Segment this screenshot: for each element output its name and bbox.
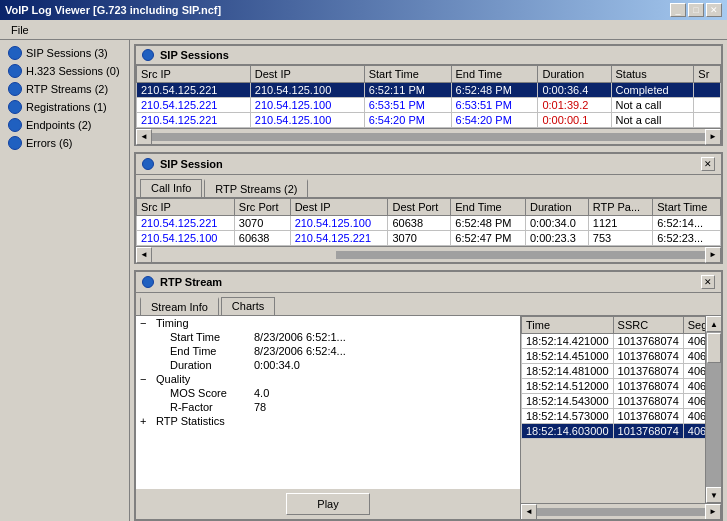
- rtp-table-scroll[interactable]: Time SSRC Seg... Payload Name P 18:52:14…: [521, 316, 705, 503]
- tab-call-info[interactable]: Call Info: [140, 179, 202, 197]
- table-row[interactable]: 18:52:14.451000101376807440670ITU-T G.72…: [522, 349, 706, 364]
- scroll-down-btn[interactable]: ▼: [706, 487, 721, 503]
- table-row[interactable]: 18:52:14.421000101376807440669ITU-T G.72…: [522, 334, 706, 349]
- col-time[interactable]: Time: [522, 317, 614, 334]
- tree-label: Start Time: [170, 331, 250, 343]
- tree-quality-row[interactable]: − Quality: [136, 372, 520, 386]
- table-row[interactable]: 210.54.125.2213070210.54.125.100606386:5…: [137, 216, 721, 231]
- tab-rtp-streams[interactable]: RTP Streams (2): [204, 179, 308, 197]
- tree-rtp-stats-row[interactable]: + RTP Statistics: [136, 414, 520, 428]
- sip-sessions-hscrollbar[interactable]: ◄ ►: [136, 128, 721, 144]
- scroll-left-btn[interactable]: ◄: [521, 504, 537, 520]
- col-duration[interactable]: Duration: [538, 66, 611, 83]
- expand-icon[interactable]: +: [140, 415, 152, 427]
- tree-end-time[interactable]: End Time 8/23/2006 6:52:4...: [152, 344, 520, 358]
- scroll-right-btn[interactable]: ►: [705, 247, 721, 263]
- col-ssrc[interactable]: SSRC: [613, 317, 683, 334]
- col-dest-port[interactable]: Dest Port: [388, 199, 451, 216]
- col-dest-ip[interactable]: Dest IP: [290, 199, 388, 216]
- window-title: VoIP Log Viewer [G.723 including SIP.ncf…: [5, 4, 221, 16]
- sidebar-label: Errors (6): [26, 137, 72, 149]
- dot-icon: [8, 118, 22, 132]
- col-start-time[interactable]: Start Time: [653, 199, 721, 216]
- close-button[interactable]: ✕: [706, 3, 722, 17]
- tree-start-time[interactable]: Start Time 8/23/2006 6:52:1...: [152, 330, 520, 344]
- scroll-track[interactable]: [152, 133, 705, 141]
- table-row[interactable]: 18:52:14.512000101376807440672ITU-T G.72…: [522, 379, 706, 394]
- scroll-track[interactable]: [537, 508, 705, 516]
- tree-value: 0:00:34.0: [254, 359, 300, 371]
- col-status[interactable]: Status: [611, 66, 694, 83]
- scroll-right-btn[interactable]: ►: [705, 504, 721, 520]
- col-duration[interactable]: Duration: [525, 199, 588, 216]
- rtp-left-panel: − Timing Start Time 8/23/2006 6:52:1...: [136, 316, 521, 519]
- sidebar-item-h323[interactable]: H.323 Sessions (0): [4, 62, 125, 80]
- tree-label: MOS Score: [170, 387, 250, 399]
- scroll-right-btn[interactable]: ►: [705, 129, 721, 145]
- sidebar-item-registrations[interactable]: Registrations (1): [4, 98, 125, 116]
- minimize-button[interactable]: _: [670, 3, 686, 17]
- v-scroll-thumb[interactable]: [707, 333, 721, 363]
- table-row[interactable]: 210.54.125.10060638210.54.125.22130706:5…: [137, 231, 721, 246]
- col-seg[interactable]: Seg...: [683, 317, 705, 334]
- expand-icon[interactable]: −: [140, 317, 152, 329]
- sidebar-item-sip-sessions[interactable]: SIP Sessions (3): [4, 44, 125, 62]
- col-rtp-pa[interactable]: RTP Pa...: [588, 199, 652, 216]
- scroll-left-btn[interactable]: ◄: [136, 129, 152, 145]
- sidebar-label: Endpoints (2): [26, 119, 91, 131]
- sip-session-hscrollbar[interactable]: ◄ ►: [136, 246, 721, 262]
- scroll-up-btn[interactable]: ▲: [706, 316, 721, 332]
- col-src-ip[interactable]: Src IP: [137, 66, 251, 83]
- play-button-area: Play: [136, 489, 520, 519]
- col-dest-ip[interactable]: Dest IP: [250, 66, 364, 83]
- col-src-ip[interactable]: Src IP: [137, 199, 235, 216]
- tab-stream-info[interactable]: Stream Info: [140, 297, 219, 315]
- scroll-thumb[interactable]: [336, 251, 520, 259]
- sidebar-item-endpoints[interactable]: Endpoints (2): [4, 116, 125, 134]
- rtp-stream-panel: RTP Stream ✕ Stream Info Charts − Timing: [134, 270, 723, 521]
- table-row[interactable]: 210.54.125.221210.54.125.1006:52:11 PM6:…: [137, 83, 721, 98]
- dot-icon: [8, 46, 22, 60]
- rtp-stream-close[interactable]: ✕: [701, 275, 715, 289]
- tree-rfactor[interactable]: R-Factor 78: [152, 400, 520, 414]
- tree-quality-children: MOS Score 4.0 R-Factor 78: [136, 386, 520, 414]
- sidebar-item-errors[interactable]: Errors (6): [4, 134, 125, 152]
- sidebar-item-rtp-streams[interactable]: RTP Streams (2): [4, 80, 125, 98]
- rtp-stream-content: − Timing Start Time 8/23/2006 6:52:1...: [136, 315, 721, 519]
- play-button[interactable]: Play: [286, 493, 369, 515]
- maximize-button[interactable]: □: [688, 3, 704, 17]
- tab-charts[interactable]: Charts: [221, 297, 275, 315]
- tree-quality-label: Quality: [156, 373, 190, 385]
- col-sr[interactable]: Sr: [694, 66, 721, 83]
- rtp-table-wrapper: Time SSRC Seg... Payload Name P 18:52:14…: [521, 316, 721, 503]
- file-menu[interactable]: File: [5, 22, 35, 38]
- col-end-time[interactable]: End Time: [451, 199, 526, 216]
- table-row[interactable]: 210.54.125.221210.54.125.1006:54:20 PM6:…: [137, 113, 721, 128]
- tree-rtp-stats-label: RTP Statistics: [156, 415, 225, 427]
- tree-duration[interactable]: Duration 0:00:34.0: [152, 358, 520, 372]
- table-row[interactable]: 18:52:14.603000101376807440675ITU-T G.72…: [522, 424, 706, 439]
- rtp-hscrollbar[interactable]: ◄ ►: [521, 503, 721, 519]
- v-scroll-track[interactable]: [706, 332, 721, 487]
- scroll-track[interactable]: [152, 251, 336, 259]
- table-row[interactable]: 18:52:14.481000101376807440671ITU-T G.72…: [522, 364, 706, 379]
- scroll-track2[interactable]: [521, 251, 705, 259]
- table-row[interactable]: 210.54.125.221210.54.125.1006:53:51 PM6:…: [137, 98, 721, 113]
- sip-session-close[interactable]: ✕: [701, 157, 715, 171]
- table-row[interactable]: 18:52:14.573000101376807440674ITU-T G.72…: [522, 409, 706, 424]
- rtp-vscrollbar[interactable]: ▲ ▼: [705, 316, 721, 503]
- col-end-time[interactable]: End Time: [451, 66, 538, 83]
- col-src-port[interactable]: Src Port: [234, 199, 290, 216]
- title-bar-buttons: _ □ ✕: [670, 3, 722, 17]
- scroll-left-btn[interactable]: ◄: [136, 247, 152, 263]
- col-start-time[interactable]: Start Time: [364, 66, 451, 83]
- tree-timing-row[interactable]: − Timing: [136, 316, 520, 330]
- tree-mos[interactable]: MOS Score 4.0: [152, 386, 520, 400]
- expand-icon[interactable]: −: [140, 373, 152, 385]
- tree-scroll-area[interactable]: − Timing Start Time 8/23/2006 6:52:1...: [136, 316, 520, 489]
- sip-session-panel: SIP Session ✕ Call Info RTP Streams (2) …: [134, 152, 723, 264]
- sidebar-label: RTP Streams (2): [26, 83, 108, 95]
- tree-value: 8/23/2006 6:52:4...: [254, 345, 346, 357]
- sip-sessions-panel: SIP Sessions Src IP Dest IP Start Time E…: [134, 44, 723, 146]
- table-row[interactable]: 18:52:14.543000101376807440673ITU-T G.72…: [522, 394, 706, 409]
